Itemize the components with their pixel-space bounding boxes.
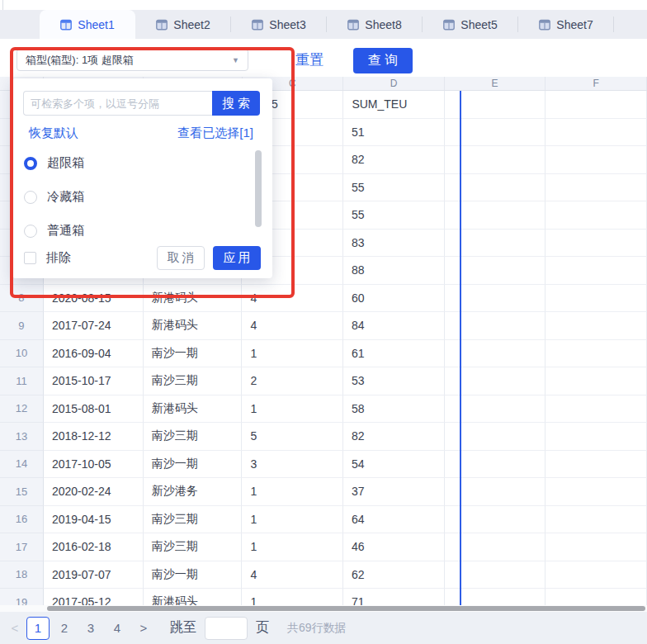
cell-f6[interactable] [545, 230, 647, 258]
filter-option-普通箱[interactable]: 普通箱 [24, 214, 84, 248]
exclude-checkbox[interactable] [24, 252, 36, 264]
cell-f2[interactable] [545, 119, 647, 147]
row-number[interactable]: 13 [0, 423, 44, 451]
options-scrollbar-thumb[interactable] [255, 150, 262, 227]
row-number[interactable]: 16 [0, 506, 44, 534]
tab-sheet5[interactable]: Sheet5 [423, 10, 518, 39]
cell-f13[interactable] [545, 423, 647, 451]
cell-c19[interactable]: 1 [242, 589, 343, 605]
cell-b10[interactable]: 南沙一期 [144, 340, 243, 368]
column-header-d[interactable]: D [343, 77, 445, 90]
cell-f9[interactable] [545, 312, 647, 340]
cell-c9[interactable]: 4 [242, 312, 343, 340]
next-page-icon[interactable]: > [132, 617, 155, 640]
cell-d9[interactable]: 84 [343, 312, 445, 340]
cell-d2[interactable]: 51 [343, 119, 445, 147]
cell-f10[interactable] [545, 340, 647, 368]
cell-b15[interactable]: 新沙港务 [144, 478, 243, 506]
cell-a8[interactable]: 2020-08-15 [44, 285, 144, 313]
cancel-button[interactable]: 取消 [157, 246, 205, 270]
cell-a17[interactable]: 2016-02-18 [44, 533, 144, 561]
cell-c8[interactable]: 4 [242, 285, 343, 313]
cell-d1[interactable]: SUM_TEU [343, 91, 445, 119]
page-button-4[interactable]: 4 [106, 617, 129, 640]
view-selected-link[interactable]: 查看已选择[1] [177, 125, 253, 141]
column-header-e[interactable]: E [445, 77, 546, 90]
cell-f12[interactable] [545, 395, 647, 424]
cell-b11[interactable]: 南沙三期 [144, 367, 243, 395]
cell-f4[interactable] [545, 174, 647, 202]
tab-sheet8[interactable]: Sheet8 [327, 10, 423, 39]
cell-f8[interactable] [545, 285, 647, 313]
radio-icon[interactable] [24, 191, 37, 204]
row-number[interactable]: 8 [0, 285, 44, 313]
page-button-1[interactable]: 1 [26, 617, 50, 640]
cell-f11[interactable] [545, 367, 647, 395]
cell-f14[interactable] [545, 451, 647, 479]
query-button[interactable]: 查询 [353, 48, 413, 73]
restore-default-link[interactable]: 恢复默认 [29, 125, 78, 141]
cell-b16[interactable]: 南沙三期 [144, 506, 243, 534]
radio-icon[interactable] [24, 225, 37, 238]
cell-c11[interactable]: 2 [242, 367, 343, 395]
filter-search-input[interactable] [23, 91, 212, 116]
cell-b12[interactable]: 新港码头 [144, 395, 243, 424]
cell-f5[interactable] [545, 201, 647, 230]
cell-a13[interactable]: 2018-12-12 [44, 423, 144, 451]
cell-d3[interactable]: 82 [343, 146, 445, 174]
cell-c10[interactable]: 1 [242, 340, 343, 368]
page-button-2[interactable]: 2 [53, 617, 76, 640]
cell-a14[interactable]: 2017-10-05 [44, 451, 144, 479]
row-number[interactable]: 19 [0, 589, 44, 605]
cell-c12[interactable]: 1 [242, 395, 343, 424]
cell-a12[interactable]: 2015-08-01 [44, 395, 144, 424]
cell-d11[interactable]: 53 [343, 367, 445, 395]
filter-option-超限箱[interactable]: 超限箱 [24, 146, 84, 180]
cell-b9[interactable]: 新港码头 [144, 312, 243, 340]
tab-sheet7[interactable]: Sheet7 [518, 10, 614, 39]
cell-d13[interactable]: 82 [343, 423, 445, 451]
cell-c13[interactable]: 5 [242, 423, 343, 451]
cell-c17[interactable]: 1 [242, 533, 343, 561]
cell-b13[interactable]: 南沙三期 [144, 423, 243, 451]
radio-selected-icon[interactable] [24, 157, 37, 170]
cell-c18[interactable]: 4 [242, 561, 343, 590]
cell-d14[interactable]: 54 [343, 451, 445, 479]
cell-f3[interactable] [545, 146, 647, 174]
cell-d15[interactable]: 37 [343, 478, 445, 506]
cell-b19[interactable]: 新港码头 [144, 589, 243, 605]
cell-d12[interactable]: 58 [343, 395, 445, 424]
cell-f18[interactable] [545, 561, 647, 590]
cell-d4[interactable]: 55 [343, 174, 445, 202]
cell-f7[interactable] [545, 257, 647, 285]
tab-sheet2[interactable]: Sheet2 [135, 10, 231, 39]
cell-d5[interactable]: 55 [343, 201, 445, 230]
cell-d16[interactable]: 64 [343, 506, 445, 534]
row-number[interactable]: 18 [0, 561, 44, 590]
row-number[interactable]: 9 [0, 312, 44, 340]
jump-page-input[interactable] [205, 617, 248, 640]
cell-a18[interactable]: 2019-07-07 [44, 561, 144, 590]
row-number[interactable]: 12 [0, 395, 44, 424]
tab-sheet1[interactable]: Sheet1 [40, 10, 135, 39]
cell-f16[interactable] [545, 506, 647, 534]
reset-link[interactable]: 重置 [295, 50, 324, 69]
cell-b17[interactable]: 南沙三期 [144, 533, 243, 561]
page-button-3[interactable]: 3 [79, 617, 102, 640]
cell-a9[interactable]: 2017-07-24 [44, 312, 144, 340]
cell-d8[interactable]: 60 [343, 285, 445, 313]
cell-f19[interactable] [545, 589, 647, 605]
filter-option-冷藏箱[interactable]: 冷藏箱 [24, 180, 84, 214]
cell-c16[interactable]: 1 [242, 506, 343, 534]
tab-sheet3[interactable]: Sheet3 [231, 10, 327, 39]
prev-page-icon[interactable]: < [7, 621, 23, 635]
search-button[interactable]: 搜索 [212, 91, 260, 116]
cell-c14[interactable]: 3 [242, 451, 343, 479]
cell-d18[interactable]: 62 [343, 561, 445, 590]
cell-f17[interactable] [545, 533, 647, 561]
horizontal-scrollbar-thumb[interactable] [47, 606, 645, 611]
cell-a15[interactable]: 2020-02-24 [44, 478, 144, 506]
row-number[interactable]: 11 [0, 367, 44, 395]
box-type-filter-select[interactable]: 箱型(箱型): 1项 超限箱 ▼ [17, 49, 248, 71]
cell-d6[interactable]: 83 [343, 230, 445, 258]
